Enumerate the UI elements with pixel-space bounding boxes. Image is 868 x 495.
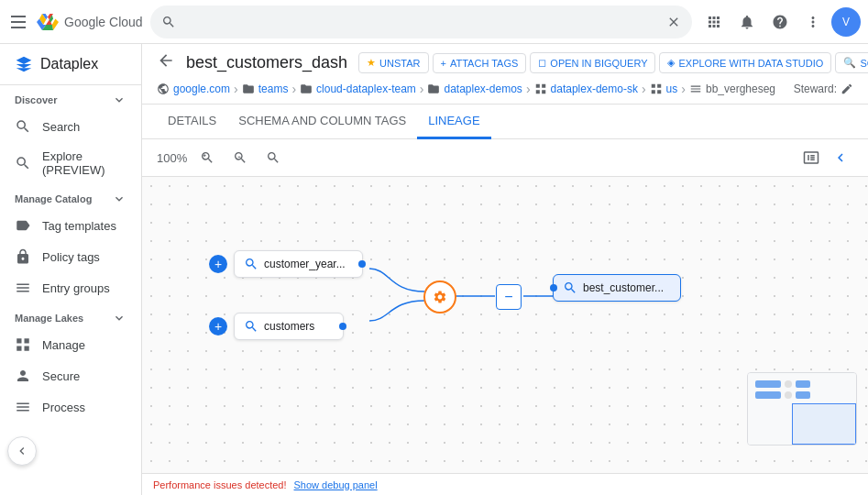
sidebar-section-lakes[interactable]: Manage Lakes bbox=[0, 303, 141, 329]
tab-schema-label: SCHEMA AND COLUMN TAGS bbox=[238, 114, 406, 127]
sidebar-item-manage[interactable]: Manage bbox=[0, 329, 134, 360]
status-bar: Performance issues detected! Show debug … bbox=[142, 473, 868, 495]
open-bigquery-label: OPEN IN BIGQUERY bbox=[550, 58, 647, 69]
process-label: Process bbox=[42, 401, 85, 414]
node-customers[interactable]: + customers bbox=[234, 313, 344, 340]
node-best-customers[interactable]: best_customer... bbox=[553, 274, 681, 302]
more-vert-icon bbox=[805, 14, 821, 30]
minus-node[interactable]: − bbox=[496, 284, 522, 310]
lineage-canvas[interactable]: + customer_year... + customers − bbox=[142, 177, 868, 473]
breadcrumb-cloud-dataplex-label: cloud-dataplex-team bbox=[316, 82, 416, 95]
tag-templates-icon bbox=[15, 217, 31, 234]
discover-collapse-icon bbox=[112, 93, 126, 107]
entry-groups-label: Entry groups bbox=[42, 281, 110, 295]
help-icon bbox=[772, 14, 788, 30]
more-icon-btn[interactable] bbox=[798, 7, 828, 37]
breadcrumb-teams[interactable]: teams bbox=[242, 82, 289, 95]
breadcrumb: google.com › teams › cloud-dataplex-team… bbox=[157, 82, 775, 96]
breadcrumb-teams-label: teams bbox=[258, 82, 289, 95]
help-icon-btn[interactable] bbox=[765, 7, 795, 37]
policy-tags-label: Policy tags bbox=[42, 250, 100, 264]
breadcrumb-dataplex-demos[interactable]: dataplex-demos bbox=[427, 82, 522, 95]
tab-details[interactable]: DETAILS bbox=[157, 104, 227, 139]
zoom-out-button[interactable] bbox=[227, 145, 253, 170]
edit-steward-icon[interactable] bbox=[841, 82, 853, 95]
floating-help-button[interactable] bbox=[7, 436, 37, 466]
breadcrumb-demo-sk[interactable]: dataplex-demo-sk bbox=[534, 82, 638, 95]
attach-tags-icon: + bbox=[441, 58, 446, 69]
explore-nav-icon bbox=[15, 155, 31, 171]
clear-search-icon[interactable] bbox=[666, 15, 681, 29]
notifications-icon bbox=[739, 14, 755, 30]
explore-data-studio-button[interactable]: ◈ EXPLORE WITH DATA STUDIO bbox=[659, 52, 831, 73]
tab-lineage[interactable]: LINEAGE bbox=[417, 104, 490, 139]
hamburger-menu[interactable] bbox=[7, 11, 29, 33]
explore-nav-label: Explore (PREVIEW) bbox=[42, 149, 119, 177]
zoom-in-button[interactable] bbox=[194, 145, 220, 170]
back-button[interactable] bbox=[157, 51, 175, 74]
attach-tags-label: ATTACH TAGS bbox=[450, 58, 518, 69]
breadcrumb-us[interactable]: us bbox=[650, 82, 678, 95]
breadcrumb-bb-vergheseg[interactable]: bb_vergheseg bbox=[689, 82, 775, 95]
sidebar-item-entry-groups[interactable]: Entry groups bbox=[0, 272, 134, 303]
collapse-side-panel-button[interactable] bbox=[828, 145, 853, 170]
page-title: best_customers_dash bbox=[186, 53, 347, 72]
sidebar-item-secure[interactable]: Secure bbox=[0, 360, 134, 391]
performance-warning: Performance issues detected! bbox=[153, 479, 287, 490]
minimap-row-2 bbox=[755, 391, 810, 399]
table-icon bbox=[689, 82, 702, 95]
breadcrumb-sep-2: › bbox=[291, 82, 296, 96]
search-input[interactable]: Dataplex bbox=[183, 15, 659, 29]
sidebar-item-search[interactable]: Search bbox=[0, 111, 134, 142]
attach-tags-button[interactable]: + ATTACH TAGS bbox=[433, 53, 527, 73]
expand-panel-button[interactable] bbox=[798, 145, 824, 170]
expand-panel-icon bbox=[803, 149, 819, 166]
tabs: DETAILS SCHEMA AND COLUMN TAGS LINEAGE bbox=[142, 104, 868, 139]
breadcrumb-cloud-dataplex[interactable]: cloud-dataplex-team bbox=[300, 82, 416, 95]
node-customer-year[interactable]: + customer_year... bbox=[234, 250, 363, 278]
manage-label: Manage bbox=[42, 338, 85, 352]
unstar-icon: ★ bbox=[367, 57, 376, 69]
sidebar-item-policy-tags[interactable]: Policy tags bbox=[0, 241, 134, 272]
back-arrow-icon bbox=[157, 51, 175, 70]
user-avatar[interactable]: V bbox=[831, 7, 861, 37]
sidebar-item-tag-templates[interactable]: Tag templates bbox=[0, 210, 134, 241]
node-customer-year-label: customer_year... bbox=[264, 258, 346, 270]
minimap-viewport bbox=[792, 403, 856, 445]
add-upstream-customer-year[interactable]: + bbox=[209, 255, 227, 273]
minimap-node-2 bbox=[796, 380, 810, 388]
sidebar-section-discover[interactable]: Discover bbox=[0, 85, 141, 111]
content-area: best_customers_dash ★ UNSTAR + ATTACH TA… bbox=[142, 44, 868, 495]
search-nav-label: Search bbox=[42, 120, 80, 134]
data-studio-icon: ◈ bbox=[667, 57, 675, 69]
catalog-section-label: Manage Catalog bbox=[15, 193, 92, 204]
node-customer-year-dot bbox=[358, 260, 366, 268]
unstar-button[interactable]: ★ UNSTAR bbox=[358, 52, 428, 73]
open-bigquery-button[interactable]: ◻ OPEN IN BIGQUERY bbox=[530, 52, 655, 73]
tab-schema[interactable]: SCHEMA AND COLUMN TAGS bbox=[227, 104, 417, 139]
minimap-node-1 bbox=[755, 380, 781, 388]
search-bar[interactable]: Dataplex bbox=[150, 6, 692, 38]
folder-icon-1 bbox=[242, 82, 255, 95]
sidebar-item-process[interactable]: Process bbox=[0, 391, 134, 423]
breadcrumb-google[interactable]: google.com bbox=[157, 82, 230, 95]
sidebar-section-catalog[interactable]: Manage Catalog bbox=[0, 184, 141, 210]
node-best-customers-label: best_customer... bbox=[583, 281, 664, 294]
dataset-icon-1 bbox=[534, 82, 547, 95]
sidebar-item-explore[interactable]: Explore (PREVIEW) bbox=[0, 142, 134, 184]
reset-zoom-button[interactable] bbox=[260, 145, 286, 170]
tab-lineage-label: LINEAGE bbox=[428, 114, 479, 127]
minimap-node-3 bbox=[755, 391, 781, 399]
page-header: best_customers_dash ★ UNSTAR + ATTACH TA… bbox=[142, 44, 868, 104]
discover-section-label: Discover bbox=[15, 94, 57, 105]
apps-icon-btn[interactable] bbox=[699, 7, 729, 37]
explore-data-studio-label: EXPLORE WITH DATA STUDIO bbox=[678, 58, 823, 69]
show-debug-link[interactable]: Show debug panel bbox=[294, 479, 378, 490]
node-customers-dot bbox=[339, 323, 346, 330]
scan-dlp-button[interactable]: 🔍 SCAN WITH DLP bbox=[835, 52, 868, 73]
add-upstream-customers[interactable]: + bbox=[209, 317, 227, 336]
breadcrumb-sep-3: › bbox=[420, 82, 424, 96]
process-icon bbox=[15, 399, 31, 415]
notifications-icon-btn[interactable] bbox=[732, 7, 762, 37]
process-node[interactable] bbox=[423, 280, 456, 314]
